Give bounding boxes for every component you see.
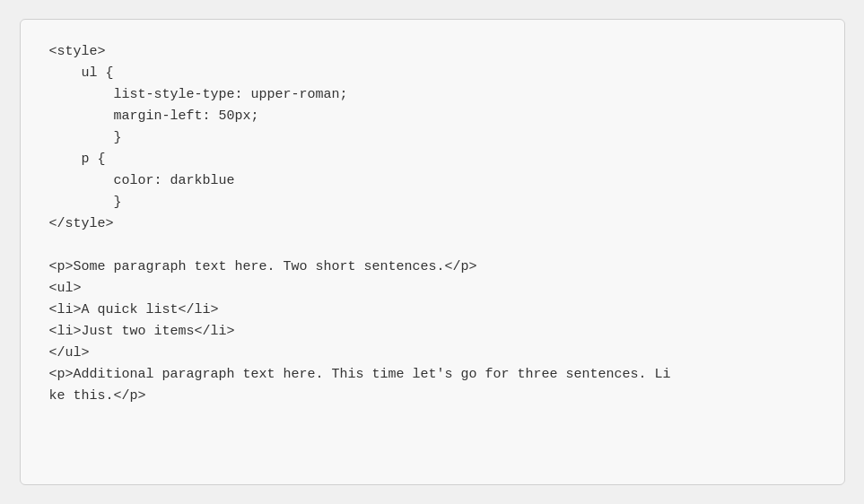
code-line: <li>Just two items</li> bbox=[49, 321, 816, 343]
code-block: <style> ul { list-style-type: upper-roma… bbox=[49, 41, 816, 407]
code-line: <li>A quick list</li> bbox=[49, 300, 816, 321]
code-line: <p>Additional paragraph text here. This … bbox=[49, 364, 816, 386]
code-line: list-style-type: upper-roman; bbox=[49, 84, 816, 106]
code-line: } bbox=[49, 127, 816, 149]
code-line: ul { bbox=[49, 63, 816, 84]
code-line: </ul> bbox=[49, 343, 816, 364]
code-line bbox=[49, 235, 816, 256]
code-line: } bbox=[49, 192, 816, 213]
code-line: <style> bbox=[49, 41, 816, 63]
code-line: color: darkblue bbox=[49, 170, 816, 192]
code-line: </style> bbox=[49, 213, 816, 235]
code-line: ke this.</p> bbox=[49, 386, 816, 407]
code-container: <style> ul { list-style-type: upper-roma… bbox=[20, 19, 845, 485]
code-line: <ul> bbox=[49, 278, 816, 300]
code-line: <p>Some paragraph text here. Two short s… bbox=[49, 256, 816, 278]
code-line: p { bbox=[49, 149, 816, 170]
code-line: margin-left: 50px; bbox=[49, 106, 816, 127]
